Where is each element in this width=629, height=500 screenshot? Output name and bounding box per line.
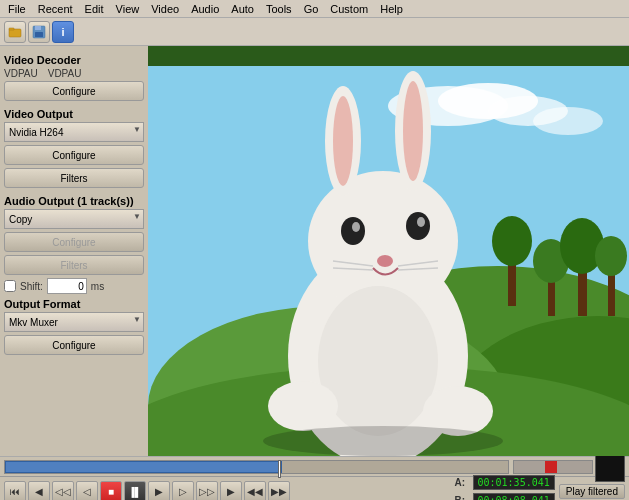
- segment-button[interactable]: ▐▌: [124, 481, 146, 501]
- vdpau-label-1: VDPAU: [4, 68, 38, 79]
- output-format-select[interactable]: Mkv Muxer MP4 Muxer AVI Muxer: [4, 312, 144, 332]
- menu-view[interactable]: View: [110, 2, 146, 16]
- svg-point-9: [533, 107, 603, 135]
- menu-recent[interactable]: Recent: [32, 2, 79, 16]
- next-frame-button[interactable]: ▶: [220, 481, 242, 501]
- timeline-track[interactable]: [4, 460, 509, 474]
- svg-rect-1: [9, 28, 14, 30]
- next-segment-button[interactable]: ▶▶: [268, 481, 290, 501]
- video-preview: [148, 46, 629, 456]
- forward-button[interactable]: ▷: [172, 481, 194, 501]
- menu-help[interactable]: Help: [374, 2, 409, 16]
- svg-point-14: [492, 216, 532, 266]
- record-stop-button[interactable]: ■: [100, 481, 122, 501]
- output-format-label: Output Format: [4, 298, 144, 310]
- toolbar: i: [0, 18, 629, 46]
- shift-input[interactable]: [47, 278, 87, 294]
- timeline-fill: [5, 461, 282, 473]
- of-configure-button[interactable]: Configure: [4, 335, 144, 355]
- shift-label: Shift:: [20, 281, 43, 292]
- play-filtered-button[interactable]: Play filtered: [559, 484, 625, 499]
- svg-point-28: [341, 217, 365, 245]
- svg-point-20: [595, 236, 627, 276]
- svg-rect-3: [35, 26, 41, 30]
- audio-output-select[interactable]: Copy MP3 AAC: [4, 209, 144, 229]
- a-label: A:: [455, 477, 469, 488]
- ao-configure-button[interactable]: Configure: [4, 232, 144, 252]
- open-button[interactable]: [4, 21, 26, 43]
- play-button[interactable]: ▶: [148, 481, 170, 501]
- svg-point-25: [333, 96, 353, 186]
- mini-timeline[interactable]: [513, 460, 593, 474]
- svg-rect-4: [35, 32, 43, 37]
- info-button[interactable]: i: [52, 21, 74, 43]
- rewind-button[interactable]: ◁◁: [52, 481, 74, 501]
- svg-point-30: [352, 222, 360, 232]
- prev-frame-button[interactable]: ◀: [28, 481, 50, 501]
- menu-file[interactable]: File: [2, 2, 32, 16]
- prev-segment-button[interactable]: ◀◀: [244, 481, 266, 501]
- shift-checkbox[interactable]: [4, 280, 16, 292]
- save-button[interactable]: [28, 21, 50, 43]
- video-decoder-label: Video Decoder: [4, 54, 144, 66]
- menu-go[interactable]: Go: [298, 2, 325, 16]
- vo-configure-button[interactable]: Configure: [4, 145, 144, 165]
- back-button[interactable]: ◁: [76, 481, 98, 501]
- left-panel: Video Decoder VDPAU VDPAU Configure Vide…: [0, 46, 148, 456]
- svg-point-29: [406, 212, 430, 240]
- b-timecode: 00:08:08.041: [473, 493, 555, 500]
- menu-video[interactable]: Video: [145, 2, 185, 16]
- menu-auto[interactable]: Auto: [225, 2, 260, 16]
- preview-thumbnail: [595, 452, 625, 482]
- svg-point-31: [417, 217, 425, 227]
- menu-edit[interactable]: Edit: [79, 2, 110, 16]
- fast-forward-button[interactable]: ▷▷: [196, 481, 218, 501]
- vo-filters-button[interactable]: Filters: [4, 168, 144, 188]
- timeline-thumb: [278, 460, 281, 478]
- shift-unit: ms: [91, 281, 104, 292]
- mini-red-marker: [545, 461, 557, 473]
- vdpau-label-2: VDPAU: [48, 68, 82, 79]
- prev-chapter-button[interactable]: ⏮: [4, 481, 26, 501]
- menu-audio[interactable]: Audio: [185, 2, 225, 16]
- audio-output-label: Audio Output (1 track(s)): [4, 195, 144, 207]
- ao-filters-button[interactable]: Filters: [4, 255, 144, 275]
- a-timecode: 00:01:35.041: [473, 475, 555, 490]
- video-output-select[interactable]: Nvidia H264 OpenGL XV: [4, 122, 144, 142]
- vd-configure-button[interactable]: Configure: [4, 81, 144, 101]
- b-label: B:: [455, 495, 469, 500]
- timeline-area: [0, 456, 629, 476]
- svg-point-27: [403, 81, 423, 181]
- svg-point-38: [268, 381, 338, 431]
- menu-tools[interactable]: Tools: [260, 2, 298, 16]
- menu-custom[interactable]: Custom: [324, 2, 374, 16]
- video-output-label: Video Output: [4, 108, 144, 120]
- svg-point-40: [263, 426, 503, 456]
- svg-point-32: [377, 255, 393, 267]
- menubar: File Recent Edit View Video Audio Auto T…: [0, 0, 629, 18]
